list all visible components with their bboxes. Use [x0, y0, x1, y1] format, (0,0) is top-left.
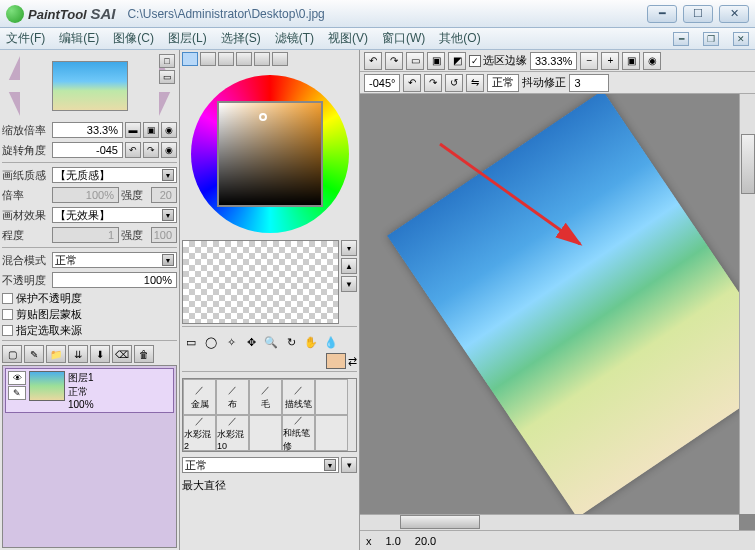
rotate-reset-tb-button[interactable]: ↺: [445, 74, 463, 92]
show-selection-button[interactable]: ◩: [448, 52, 466, 70]
rotate-tool[interactable]: ↻: [282, 333, 300, 351]
color-wheel-tab[interactable]: [182, 52, 198, 66]
brush-cell[interactable]: ／金属: [183, 379, 216, 415]
nav-thumbnail[interactable]: [52, 61, 128, 111]
zoom-out-button[interactable]: ▬: [125, 122, 141, 138]
stabilizer-value[interactable]: 3: [569, 74, 609, 92]
layer-visible-icon[interactable]: 👁: [8, 371, 26, 385]
minimize-button[interactable]: ━: [647, 5, 677, 23]
layer-item[interactable]: 👁 ✎ 图层1 正常 100%: [5, 368, 174, 413]
clear-layer-button[interactable]: ⌫: [112, 345, 132, 363]
toolbar-angle-value[interactable]: -045°: [364, 74, 400, 92]
rotate-ccw-tb-button[interactable]: ↶: [403, 74, 421, 92]
nav-actual-button[interactable]: ▭: [159, 70, 175, 84]
navigator[interactable]: □ ▭: [2, 52, 177, 120]
menu-select[interactable]: 选择(S): [221, 30, 261, 47]
brush-options-button[interactable]: ▾: [341, 457, 357, 473]
zoom-value[interactable]: 33.3%: [52, 122, 123, 138]
doc-minimize-button[interactable]: ━: [673, 32, 689, 46]
protect-alpha-checkbox[interactable]: [2, 293, 13, 304]
selection-edge-checkbox[interactable]: ✓: [469, 55, 481, 67]
brush-cell[interactable]: ／毛: [249, 379, 282, 415]
zoom-out-tb-button[interactable]: −: [580, 52, 598, 70]
invert-selection-button[interactable]: ▣: [427, 52, 445, 70]
flip-h-button[interactable]: ⇋: [466, 74, 484, 92]
nav-fit-button[interactable]: □: [159, 54, 175, 68]
menu-window[interactable]: 窗口(W): [382, 30, 425, 47]
layer-edit-icon[interactable]: ✎: [8, 386, 26, 400]
scratch-menu-button[interactable]: ▾: [341, 240, 357, 256]
color-wheel[interactable]: [182, 70, 357, 238]
brush-cell[interactable]: ／描线笔: [282, 379, 315, 415]
new-layer-button[interactable]: ▢: [2, 345, 22, 363]
brush-cell[interactable]: [315, 415, 348, 451]
selection-source-checkbox[interactable]: [2, 325, 13, 336]
delete-layer-button[interactable]: 🗑: [134, 345, 154, 363]
vertical-scrollbar[interactable]: [739, 94, 755, 514]
foreground-color[interactable]: [326, 353, 346, 369]
canvas-area[interactable]: [360, 94, 755, 530]
swap-colors-icon[interactable]: ⇄: [348, 355, 357, 368]
mixer-tab[interactable]: [236, 52, 252, 66]
menu-other[interactable]: 其他(O): [439, 30, 480, 47]
material-effect-combo[interactable]: 【无效果】▼: [52, 207, 177, 223]
maximize-button[interactable]: ☐: [683, 5, 713, 23]
zoom-tool[interactable]: 🔍: [262, 333, 280, 351]
zoom-reset-button[interactable]: ◉: [161, 122, 177, 138]
rgb-slider-tab[interactable]: [200, 52, 216, 66]
scratch-up-button[interactable]: ▲: [341, 258, 357, 274]
close-button[interactable]: ✕: [719, 5, 749, 23]
move-tool[interactable]: ✥: [242, 333, 260, 351]
toolbar-zoom-value[interactable]: 33.33%: [530, 52, 577, 70]
toolbar-mode-value[interactable]: 正常: [487, 74, 519, 92]
scratch-down-button[interactable]: ▼: [341, 276, 357, 292]
rotate-cw-tb-button[interactable]: ↷: [424, 74, 442, 92]
lasso-tool[interactable]: ◯: [202, 333, 220, 351]
zoom-actual-tb-button[interactable]: ◉: [643, 52, 661, 70]
rotate-reset-button[interactable]: ◉: [161, 142, 177, 158]
magic-wand-tool[interactable]: ✧: [222, 333, 240, 351]
eyedropper-tool[interactable]: 💧: [322, 333, 340, 351]
scratchpad-tab[interactable]: [272, 52, 288, 66]
layer-list[interactable]: 👁 ✎ 图层1 正常 100%: [2, 365, 177, 548]
brush-cell[interactable]: ／水彩混2: [183, 415, 216, 451]
menu-file[interactable]: 文件(F): [6, 30, 45, 47]
paper-texture-combo[interactable]: 【无质感】▼: [52, 167, 177, 183]
zoom-in-tb-button[interactable]: +: [601, 52, 619, 70]
brush-cell[interactable]: ／水彩混10: [216, 415, 249, 451]
scratchpad-area[interactable]: [182, 240, 339, 324]
hsv-slider-tab[interactable]: [218, 52, 234, 66]
menu-edit[interactable]: 编辑(E): [59, 30, 99, 47]
brush-cell[interactable]: [249, 415, 282, 451]
doc-restore-button[interactable]: ❐: [703, 32, 719, 46]
menu-layer[interactable]: 图层(L): [168, 30, 207, 47]
brush-cell[interactable]: ／和纸笔修: [282, 415, 315, 451]
clipping-mask-checkbox[interactable]: [2, 309, 13, 320]
transfer-down-button[interactable]: ⇊: [68, 345, 88, 363]
horizontal-scrollbar[interactable]: [360, 514, 739, 530]
zoom-in-button[interactable]: ▣: [143, 122, 159, 138]
new-linework-button[interactable]: ✎: [24, 345, 44, 363]
merge-down-button[interactable]: ⬇: [90, 345, 110, 363]
redo-button[interactable]: ↷: [385, 52, 403, 70]
undo-button[interactable]: ↶: [364, 52, 382, 70]
rect-select-tool[interactable]: ▭: [182, 333, 200, 351]
doc-close-button[interactable]: ✕: [733, 32, 749, 46]
brush-mode-combo[interactable]: 正常▼: [182, 457, 339, 473]
menu-image[interactable]: 图像(C): [113, 30, 154, 47]
swatches-tab[interactable]: [254, 52, 270, 66]
rotate-cw-button[interactable]: ↷: [143, 142, 159, 158]
brush-cell[interactable]: ／布: [216, 379, 249, 415]
brush-cell[interactable]: [315, 379, 348, 415]
rotate-ccw-button[interactable]: ↶: [125, 142, 141, 158]
opacity-value[interactable]: 100%: [52, 272, 177, 288]
new-folder-button[interactable]: 📁: [46, 345, 66, 363]
deselect-button[interactable]: ▭: [406, 52, 424, 70]
rotation-value[interactable]: -045: [52, 142, 123, 158]
menu-filter[interactable]: 滤镜(T): [275, 30, 314, 47]
blend-mode-combo[interactable]: 正常▼: [52, 252, 177, 268]
zoom-fit-tb-button[interactable]: ▣: [622, 52, 640, 70]
color-marker[interactable]: [259, 113, 267, 121]
hand-tool[interactable]: ✋: [302, 333, 320, 351]
menu-view[interactable]: 视图(V): [328, 30, 368, 47]
